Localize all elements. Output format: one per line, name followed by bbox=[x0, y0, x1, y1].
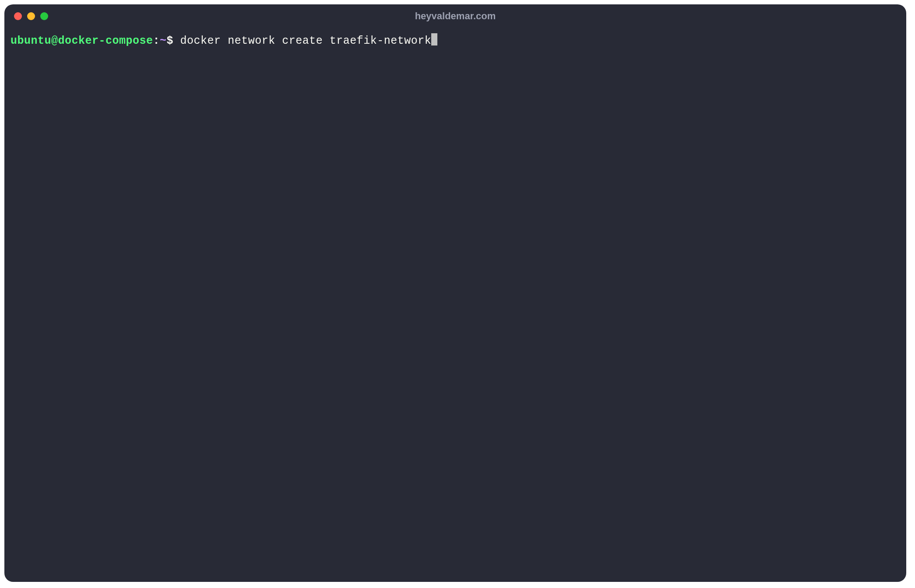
cursor-icon bbox=[431, 33, 437, 46]
prompt-path: ~ bbox=[160, 33, 167, 49]
command-input[interactable]: docker network create traefik-network bbox=[180, 33, 432, 49]
terminal-body[interactable]: ubuntu@docker-compose:~$ docker network … bbox=[4, 28, 906, 582]
maximize-button[interactable] bbox=[40, 12, 48, 20]
prompt-colon: : bbox=[153, 33, 160, 49]
prompt-symbol: $ bbox=[167, 33, 180, 49]
titlebar: heyvaldemar.com bbox=[4, 4, 906, 28]
close-button[interactable] bbox=[14, 12, 22, 20]
terminal-window: heyvaldemar.com ubuntu@docker-compose:~$… bbox=[4, 4, 906, 582]
window-title: heyvaldemar.com bbox=[415, 10, 496, 22]
minimize-button[interactable] bbox=[27, 12, 35, 20]
traffic-lights bbox=[14, 12, 48, 20]
prompt-user-host: ubuntu@docker-compose bbox=[11, 33, 153, 49]
prompt-line: ubuntu@docker-compose:~$ docker network … bbox=[11, 33, 900, 49]
